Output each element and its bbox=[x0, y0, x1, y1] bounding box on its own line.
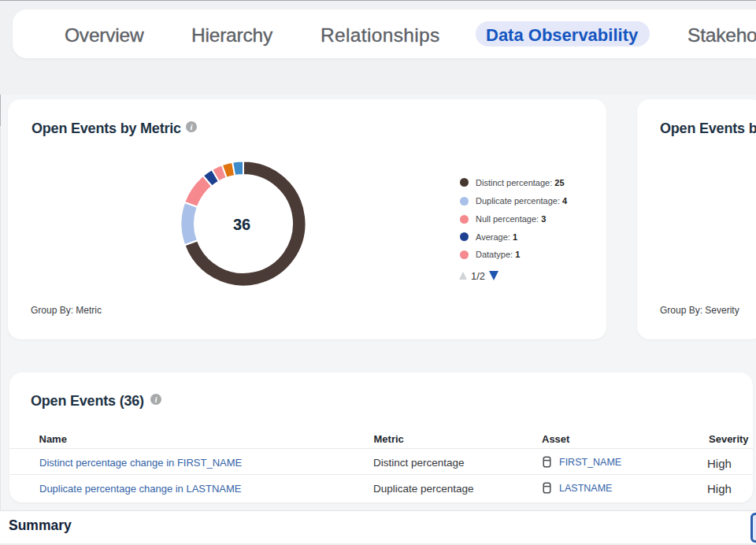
svg-text:36: 36 bbox=[233, 216, 250, 233]
